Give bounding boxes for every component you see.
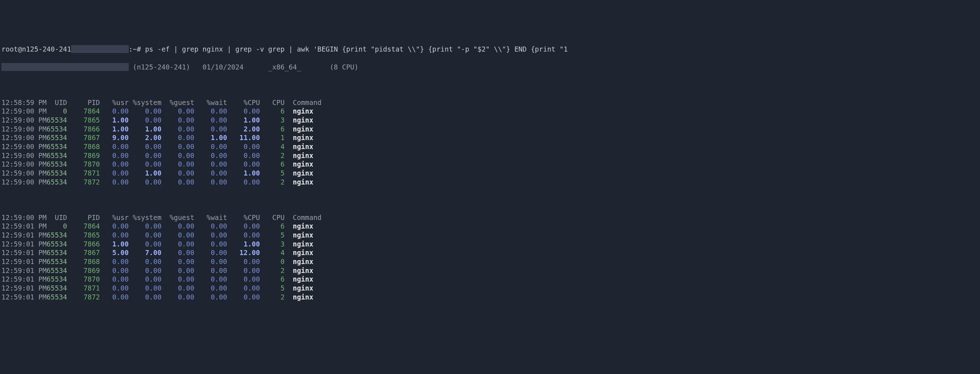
- cell-usr: 1.00: [100, 240, 129, 248]
- cell-wait: 0.00: [194, 275, 228, 283]
- col-cpu: CPU: [260, 214, 285, 221]
- cell-time: 12:59:01 PM: [2, 249, 47, 257]
- prompt-user-host: root@n125-240-241: [2, 45, 71, 53]
- pidstat-row: 12:59:01 PM65534 7872 0.00 0.00 0.00 0.0…: [2, 293, 978, 302]
- cell-time: 12:59:00 PM: [2, 169, 47, 177]
- pidstat-block-2: 12:59:00 PM UID PID %usr %system %guest …: [2, 213, 978, 302]
- cell-time: 12:59:01 PM: [2, 240, 47, 248]
- cell-pid: 7866: [67, 125, 100, 133]
- cell-guest: 0.00: [161, 125, 194, 133]
- cell-time: 12:59:01 PM: [2, 293, 47, 301]
- col-command: Command: [285, 98, 321, 106]
- cell-cpu: 6: [260, 107, 285, 115]
- cell-usr: 0.00: [100, 284, 129, 292]
- cell-pid: 7872: [67, 293, 100, 301]
- cell-cpu-pct: 0.00: [227, 152, 260, 159]
- pidstat-row: 12:59:00 PM65534 7866 1.00 1.00 0.00 0.0…: [2, 125, 978, 134]
- command-text: ps -ef | grep nginx | grep -v grep | awk…: [141, 45, 568, 53]
- cell-wait: 0.00: [194, 249, 228, 257]
- cell-usr: 0.00: [100, 231, 129, 239]
- prompt-path: :~#: [129, 45, 141, 53]
- cell-pid: 7865: [67, 231, 100, 239]
- col-guest: %guest: [161, 214, 194, 221]
- cell-cpu: 6: [260, 160, 285, 168]
- cell-cpu: 5: [260, 284, 285, 292]
- cell-guest: 0.00: [161, 160, 194, 168]
- cell-pid: 7871: [67, 169, 100, 177]
- cell-system: 2.00: [129, 134, 162, 141]
- cell-usr: 0.00: [100, 258, 129, 265]
- cell-cpu: 4: [260, 249, 285, 257]
- cell-cpu-pct: 0.00: [227, 143, 260, 151]
- cell-pid: 7864: [67, 222, 100, 230]
- cell-guest: 0.00: [161, 266, 194, 274]
- cell-uid: 65534: [47, 240, 67, 248]
- cell-uid: 65534: [47, 293, 67, 301]
- pidstat-row: 12:59:00 PM65534 7872 0.00 0.00 0.00 0.0…: [2, 177, 978, 187]
- cell-time: 12:59:00 PM: [2, 178, 47, 186]
- cell-wait: 1.00: [194, 134, 228, 141]
- cell-system: 0.00: [129, 231, 162, 239]
- cell-pid: 7872: [67, 178, 100, 186]
- cell-time: 12:59:00 PM: [2, 152, 47, 159]
- cell-uid: 65534: [47, 178, 67, 186]
- cell-uid: 65534: [47, 231, 67, 239]
- cell-guest: 0.00: [161, 152, 194, 159]
- cell-command: nginx: [285, 275, 313, 283]
- cell-uid: 65534: [47, 284, 67, 292]
- cell-system: 0.00: [129, 107, 162, 115]
- col-cpu: CPU: [260, 98, 285, 106]
- cell-cpu-pct: 0.00: [227, 178, 260, 186]
- cell-cpu: 5: [260, 231, 285, 239]
- cell-cpu: 2: [260, 152, 285, 159]
- terminal-output[interactable]: root@n125-240-241( ):~# ps -ef | grep ng…: [2, 36, 978, 310]
- col-pid: PID: [67, 214, 100, 221]
- cell-wait: 0.00: [194, 143, 228, 151]
- cell-time: 12:59:00 PM: [2, 116, 47, 124]
- cell-guest: 0.00: [161, 293, 194, 301]
- cell-guest: 0.00: [161, 258, 194, 265]
- cell-time: 12:59:01 PM: [2, 258, 47, 265]
- pidstat-row: 12:59:00 PM65534 7865 1.00 0.00 0.00 0.0…: [2, 116, 978, 125]
- cell-guest: 0.00: [161, 231, 194, 239]
- pidstat-row: 12:59:01 PM65534 7869 0.00 0.00 0.00 0.0…: [2, 266, 978, 275]
- cell-system: 0.00: [129, 152, 162, 159]
- cell-system: 0.00: [129, 258, 162, 265]
- cell-uid: 65534: [47, 275, 67, 283]
- cell-command: nginx: [285, 284, 313, 292]
- cell-cpu-pct: 0.00: [227, 284, 260, 292]
- cell-time: 12:59:01 PM: [2, 275, 47, 283]
- cell-wait: 0.00: [194, 293, 228, 301]
- pidstat-header-row: 12:58:59 PM UID PID %usr %system %guest …: [2, 98, 978, 107]
- cell-system: 0.00: [129, 275, 162, 283]
- cell-system: 0.00: [129, 143, 162, 151]
- cell-command: nginx: [285, 169, 313, 177]
- col-cpu-pct: %CPU: [227, 214, 260, 221]
- cell-usr: 0.00: [100, 222, 129, 230]
- col-pid: PID: [67, 98, 100, 106]
- cell-usr: 1.00: [100, 116, 129, 124]
- cell-cpu-pct: 12.00: [227, 249, 260, 257]
- cell-system: 0.00: [129, 266, 162, 274]
- pidstat-row: 12:59:01 PM65534 7865 0.00 0.00 0.00 0.0…: [2, 231, 978, 240]
- pidstat-row: 12:59:01 PM65534 7868 0.00 0.00 0.00 0.0…: [2, 257, 978, 266]
- cell-command: nginx: [285, 258, 313, 265]
- cell-cpu-pct: 1.00: [227, 169, 260, 177]
- cell-wait: 0.00: [194, 266, 228, 274]
- col-system: %system: [129, 214, 162, 221]
- cell-uid: 65534: [47, 152, 67, 159]
- cell-usr: 0.00: [100, 107, 129, 115]
- cell-command: nginx: [285, 222, 313, 230]
- col-command: Command: [285, 214, 321, 221]
- cell-cpu: 2: [260, 178, 285, 186]
- cell-system: 0.00: [129, 222, 162, 230]
- cell-guest: 0.00: [161, 169, 194, 177]
- cell-system: 0.00: [129, 160, 162, 168]
- cell-guest: 0.00: [161, 275, 194, 283]
- col-usr: %usr: [100, 214, 129, 221]
- cell-cpu-pct: 0.00: [227, 231, 260, 239]
- cell-cpu: 6: [260, 125, 285, 133]
- cell-uid: 65534: [47, 125, 67, 133]
- cell-usr: 0.00: [100, 143, 129, 151]
- cell-cpu-pct: 0.00: [227, 258, 260, 265]
